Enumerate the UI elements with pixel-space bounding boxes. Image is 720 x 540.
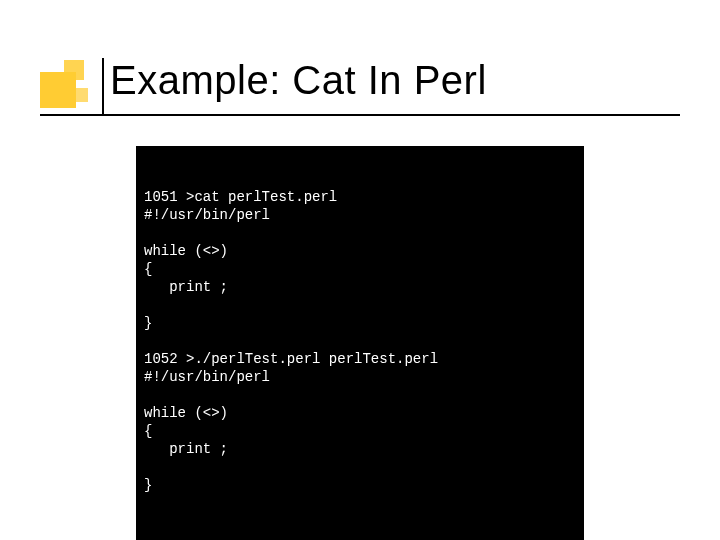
terminal-output: 1051 >cat perlTest.perl#!/usr/bin/perl w…: [144, 188, 576, 512]
decor-square: [74, 88, 88, 102]
terminal-line: [144, 386, 576, 404]
terminal-line: }: [144, 314, 576, 332]
terminal-line: [144, 494, 576, 512]
terminal-line: print ;: [144, 278, 576, 296]
terminal-line: 1051 >cat perlTest.perl: [144, 188, 576, 206]
decor-square: [40, 72, 76, 108]
terminal-line: while (<>): [144, 242, 576, 260]
terminal-line: print ;: [144, 440, 576, 458]
slide: Example: Cat In Perl 1051 >cat perlTest.…: [0, 0, 720, 540]
terminal-line: #!/usr/bin/perl: [144, 368, 576, 386]
terminal-line: [144, 458, 576, 476]
terminal-line: while (<>): [144, 404, 576, 422]
decor-square: [64, 60, 84, 80]
terminal-line: {: [144, 260, 576, 278]
terminal-line: 1052 >./perlTest.perl perlTest.perl: [144, 350, 576, 368]
terminal-line: {: [144, 422, 576, 440]
terminal-window: 1051 >cat perlTest.perl#!/usr/bin/perl w…: [136, 146, 584, 540]
title-rule-horizontal: [40, 114, 680, 116]
terminal-line: }: [144, 476, 576, 494]
terminal-line: [144, 332, 576, 350]
terminal-line: [144, 296, 576, 314]
terminal-line: #!/usr/bin/perl: [144, 206, 576, 224]
title-bullet-decor: [40, 60, 88, 108]
terminal-line: [144, 224, 576, 242]
title-rule-vertical: [102, 58, 104, 114]
slide-title: Example: Cat In Perl: [110, 58, 487, 103]
